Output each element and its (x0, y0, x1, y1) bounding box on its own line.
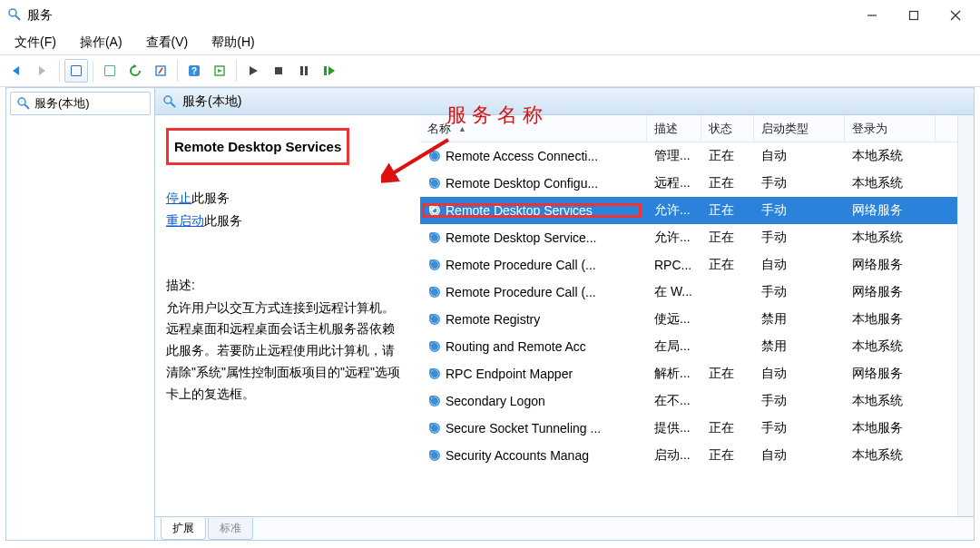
forward-button[interactable] (31, 59, 54, 83)
service-logon: 本地服务 (845, 420, 936, 436)
vertical-scrollbar[interactable] (957, 115, 974, 516)
service-name: Routing and Remote Acc (446, 339, 586, 354)
tab-extended[interactable]: 扩展 (161, 518, 206, 540)
service-startup: 自动 (754, 148, 845, 164)
tab-standard[interactable]: 标准 (208, 518, 253, 540)
close-button[interactable] (935, 2, 976, 29)
service-status: 正在 (701, 175, 754, 191)
restart-button[interactable] (318, 59, 341, 83)
restart-service-link[interactable]: 重启动 (166, 213, 204, 228)
service-desc: 解析... (647, 366, 701, 382)
menu-view[interactable]: 查看(V) (142, 34, 192, 51)
service-row[interactable]: RPC Endpoint Mapper解析...正在自动网络服务 (420, 360, 957, 387)
svg-point-45 (432, 426, 437, 431)
service-row[interactable]: Remote Desktop Services允许...正在手动网络服务 (420, 197, 957, 224)
service-logon: 本地系统 (845, 175, 936, 191)
svg-point-20 (430, 179, 434, 182)
svg-rect-12 (324, 66, 327, 75)
help-button[interactable]: ? (182, 59, 206, 83)
menu-file[interactable]: 文件(F) (11, 34, 60, 51)
service-desc: 允许... (647, 230, 701, 246)
service-row[interactable]: Security Accounts Manag启动...正在自动本地系统 (420, 442, 957, 469)
service-row[interactable]: Remote Access Connecti...管理...正在自动本地系统 (420, 142, 957, 170)
svg-point-47 (430, 424, 434, 427)
service-name: Remote Desktop Configu... (446, 176, 598, 191)
svg-point-18 (432, 181, 437, 186)
svg-point-50 (430, 451, 434, 455)
right-pane-header: 服务(本地) (155, 88, 974, 115)
service-row[interactable]: Remote Procedure Call (...RPC...正在自动网络服务 (420, 251, 957, 279)
svg-point-48 (432, 453, 437, 458)
svg-rect-11 (305, 66, 308, 75)
svg-point-36 (432, 344, 437, 349)
minimize-button[interactable] (851, 2, 893, 29)
svg-point-17 (430, 152, 434, 155)
col-desc[interactable]: 描述 (647, 115, 701, 142)
service-startup: 禁用 (754, 338, 845, 355)
back-button[interactable] (5, 59, 29, 83)
action-button[interactable] (208, 59, 231, 83)
svg-point-27 (432, 262, 437, 268)
svg-point-39 (432, 371, 437, 377)
service-name: Secure Socket Tunneling ... (446, 421, 601, 435)
service-startup: 手动 (754, 202, 845, 219)
service-desc: 在不... (647, 393, 701, 409)
col-logon[interactable]: 登录为 (845, 115, 936, 142)
service-status: 正在 (701, 366, 754, 382)
properties-button[interactable] (98, 59, 122, 83)
service-row[interactable]: Remote Desktop Service...允许...正在手动本地系统 (420, 224, 957, 251)
right-pane: 服务(本地) Remote Desktop Services 停止此服务 重启动… (155, 88, 974, 540)
col-name[interactable]: 名称▲ (420, 115, 647, 142)
pause-button[interactable] (292, 59, 316, 83)
window-title: 服务 (27, 7, 53, 24)
show-hide-tree-button[interactable] (64, 59, 88, 83)
service-row[interactable]: Remote Desktop Configu...远程...正在手动本地系统 (420, 170, 957, 197)
maximize-button[interactable] (893, 2, 935, 29)
service-name: Remote Procedure Call (... (446, 258, 596, 272)
svg-rect-2 (910, 12, 918, 20)
service-desc: 启动... (647, 447, 701, 464)
col-startup[interactable]: 启动类型 (754, 115, 845, 142)
service-row[interactable]: Secure Socket Tunneling ...提供...正在手动本地服务 (420, 415, 957, 442)
start-button[interactable] (241, 59, 265, 83)
svg-point-41 (430, 369, 434, 373)
stop-button[interactable] (267, 59, 290, 83)
service-logon: 网络服务 (845, 284, 936, 300)
menu-action[interactable]: 操作(A) (76, 34, 126, 51)
svg-point-38 (430, 342, 434, 346)
tree-item-services-local[interactable]: 服务(本地) (10, 92, 151, 115)
service-name: Remote Access Connecti... (446, 149, 598, 163)
svg-rect-10 (300, 66, 303, 75)
svg-point-23 (430, 206, 434, 210)
stop-service-link[interactable]: 停止 (166, 191, 191, 205)
service-logon: 本地服务 (845, 311, 936, 328)
service-startup: 手动 (754, 420, 845, 436)
svg-point-42 (432, 398, 437, 404)
service-desc: 远程... (647, 175, 701, 191)
service-desc: 在 W... (647, 284, 701, 300)
service-startup: 禁用 (754, 311, 845, 328)
svg-point-24 (432, 235, 437, 240)
svg-point-29 (430, 260, 434, 264)
column-headers: 名称▲ 描述 状态 启动类型 登录为 (420, 115, 957, 142)
col-status[interactable]: 状态 (701, 115, 754, 142)
svg-text:?: ? (191, 66, 197, 76)
content-panes: 服务(本地) 服务(本地) Remote Desktop Services 停止… (5, 87, 975, 541)
list-rows[interactable]: Remote Access Connecti...管理...正在自动本地系统Re… (420, 142, 957, 516)
service-row[interactable]: Remote Registry使远...禁用本地服务 (420, 306, 957, 333)
service-status: 正在 (701, 202, 754, 219)
service-logon: 网络服务 (845, 366, 936, 382)
service-row[interactable]: Remote Procedure Call (...在 W...手动网络服务 (420, 279, 957, 306)
app-icon (7, 7, 22, 24)
service-name: Security Accounts Manag (446, 448, 589, 463)
menu-help[interactable]: 帮助(H) (208, 34, 258, 51)
toolbar: ? (0, 54, 980, 87)
right-pane-title: 服务(本地) (182, 93, 241, 110)
refresh-button[interactable] (123, 59, 147, 83)
service-row[interactable]: Routing and Remote Acc在局...禁用本地系统 (420, 333, 957, 360)
svg-point-21 (432, 208, 437, 213)
service-startup: 自动 (754, 447, 845, 464)
export-button[interactable] (149, 59, 172, 83)
service-startup: 自动 (754, 257, 845, 273)
service-row[interactable]: Secondary Logon在不...手动本地系统 (420, 387, 957, 415)
